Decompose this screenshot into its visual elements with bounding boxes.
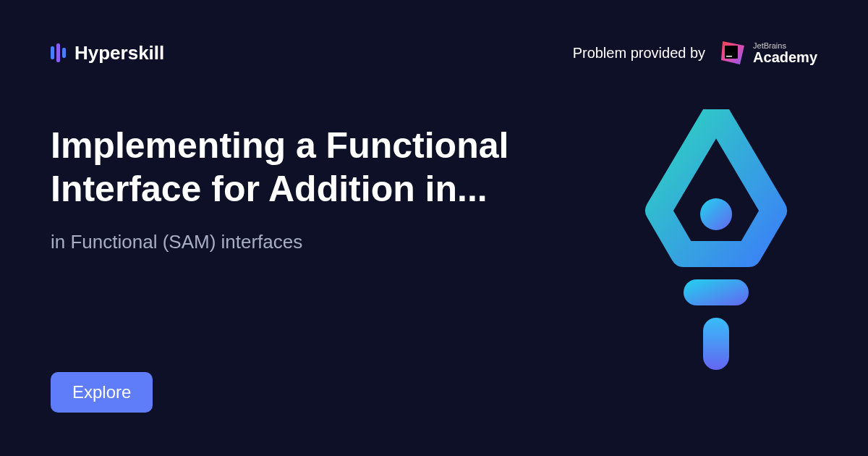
hyperskill-brand: Hyperskill bbox=[51, 42, 164, 64]
content: Implementing a Functional Interface for … bbox=[51, 124, 817, 372]
svg-rect-2 bbox=[726, 56, 732, 57]
provider-block: Problem provided by bbox=[573, 40, 817, 66]
explore-button[interactable]: Explore bbox=[51, 372, 153, 413]
svg-point-3 bbox=[700, 198, 732, 230]
provider-label: Problem provided by bbox=[573, 45, 705, 62]
brand-name: Hyperskill bbox=[75, 42, 164, 64]
pen-illustration-icon bbox=[637, 109, 796, 370]
text-block: Implementing a Functional Interface for … bbox=[51, 124, 586, 253]
jb-small-text: JetBrains bbox=[753, 42, 817, 50]
header: Hyperskill Problem provided by bbox=[51, 40, 817, 66]
cta-block: Explore bbox=[51, 372, 817, 413]
jetbrains-academy-brand: JetBrains Academy bbox=[720, 40, 817, 66]
card-container: Hyperskill Problem provided by bbox=[0, 0, 868, 456]
svg-rect-5 bbox=[703, 318, 729, 370]
page-title: Implementing a Functional Interface for … bbox=[51, 124, 586, 211]
hyperskill-logo-icon bbox=[51, 43, 66, 62]
svg-rect-4 bbox=[684, 279, 749, 305]
jetbrains-academy-text: JetBrains Academy bbox=[753, 42, 817, 64]
jb-big-text: Academy bbox=[753, 50, 817, 64]
page-subtitle: in Functional (SAM) interfaces bbox=[51, 231, 586, 253]
jetbrains-icon bbox=[720, 40, 746, 66]
